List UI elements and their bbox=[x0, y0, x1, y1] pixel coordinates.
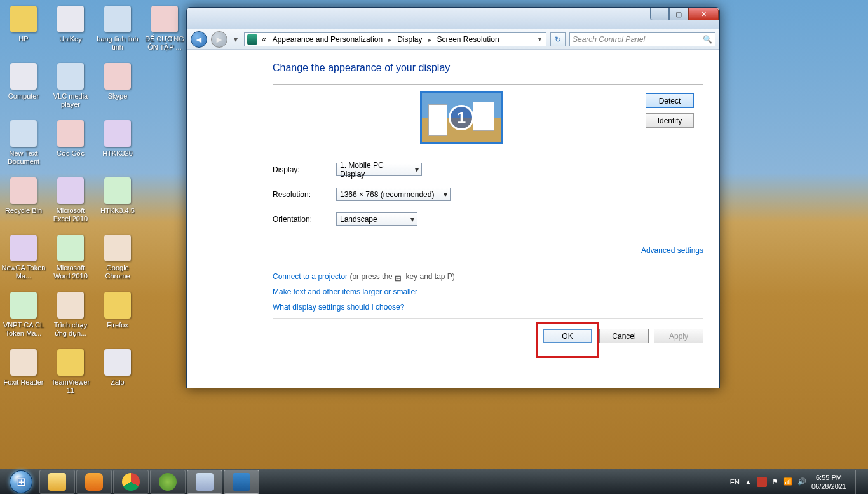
address-bar[interactable]: « Appearance and Personalization Display… bbox=[244, 32, 546, 46]
desktop-icon[interactable]: Microsoft Word 2010 bbox=[47, 232, 94, 289]
monitor-preview[interactable]: 1 bbox=[280, 91, 643, 144]
projector-row: Connect to a projector (or press the key… bbox=[273, 272, 703, 281]
app-icon bbox=[57, 63, 84, 90]
desktop-icon[interactable]: VLC media player bbox=[47, 60, 94, 118]
desktop-icon[interactable]: Foxit Reader bbox=[0, 346, 47, 404]
search-icon[interactable]: 🔍 bbox=[703, 35, 712, 44]
desktop-icon[interactable]: NewCA Token Ma... bbox=[0, 232, 47, 289]
resolution-dropdown[interactable]: 1366 × 768 (recommended) bbox=[336, 188, 451, 201]
network-icon[interactable]: 📶 bbox=[783, 477, 792, 486]
taskbar-chrome[interactable] bbox=[113, 470, 149, 494]
desktop-icon[interactable]: TeamViewer 11 bbox=[47, 346, 94, 404]
nav-back-button[interactable]: ◄ bbox=[191, 31, 207, 48]
app-icon bbox=[10, 63, 37, 90]
apply-button[interactable]: Apply bbox=[654, 329, 703, 343]
orientation-dropdown[interactable]: Landscape bbox=[336, 212, 417, 226]
desktop-icon-label: Microsoft Word 2010 bbox=[47, 264, 94, 280]
language-indicator[interactable]: EN bbox=[730, 478, 740, 486]
maximize-button[interactable]: ▢ bbox=[669, 8, 688, 20]
tray-expand-icon[interactable]: ▲ bbox=[745, 478, 752, 486]
show-desktop-button[interactable] bbox=[855, 470, 862, 494]
taskbar-display-settings[interactable] bbox=[224, 470, 259, 494]
desktop-icon[interactable]: Skype bbox=[94, 60, 141, 118]
breadcrumb-appearance[interactable]: Appearance and Personalization bbox=[271, 34, 384, 45]
app-icon bbox=[10, 120, 37, 147]
desktop-icon-label: VNPT-CA CL Token Ma... bbox=[0, 321, 47, 338]
desktop-icon[interactable]: HP bbox=[0, 3, 47, 60]
app-icon bbox=[10, 235, 37, 261]
desktop-icon[interactable]: UniKey bbox=[47, 3, 94, 60]
desktop-icon-label: HTKK3.4.5 bbox=[99, 207, 136, 215]
desktop-icon[interactable]: Cốc Cốc bbox=[47, 118, 94, 175]
advanced-settings-link[interactable]: Advanced settings bbox=[641, 246, 703, 255]
search-input[interactable]: Search Control Panel 🔍 bbox=[569, 32, 715, 46]
desktop-icon[interactable]: HTKK320 bbox=[94, 118, 141, 175]
desktop-icon[interactable]: Microsoft Excel 2010 bbox=[47, 175, 94, 232]
taskbar-explorer[interactable] bbox=[39, 470, 75, 494]
address-dropdown-icon[interactable]: ▾ bbox=[536, 36, 543, 43]
desktop-icon[interactable]: Recycle Bin bbox=[0, 175, 47, 232]
refresh-button[interactable]: ↻ bbox=[550, 32, 566, 46]
desktop-icon[interactable]: ĐỀ CƯƠNG ÔN TẬP ... bbox=[141, 3, 188, 60]
app-icon bbox=[104, 177, 131, 204]
content-area: Change the appearance of your display 1 … bbox=[187, 50, 719, 388]
ok-button[interactable]: OK bbox=[543, 329, 592, 343]
desktop-icon[interactable]: VNPT-CA CL Token Ma... bbox=[0, 289, 47, 346]
desktop-icon[interactable]: New Text Document bbox=[0, 118, 47, 175]
help-link[interactable]: What display settings should I choose? bbox=[273, 303, 404, 312]
search-placeholder: Search Control Panel bbox=[573, 35, 645, 44]
clock[interactable]: 6:55 PM 06/28/2021 bbox=[811, 473, 846, 491]
desktop-icon-label: Cốc Cốc bbox=[55, 149, 86, 158]
desktop-icon[interactable]: Google Chrome bbox=[94, 232, 141, 289]
desktop-icon-label: Firefox bbox=[105, 321, 130, 329]
desktop-icon-label: Skype bbox=[107, 92, 129, 100]
app-icon bbox=[57, 235, 84, 261]
desktop-icon-label: Recycle Bin bbox=[4, 207, 43, 215]
desktop-icon-label: Computer bbox=[7, 92, 40, 100]
desktop-icon-label: NewCA Token Ma... bbox=[0, 264, 47, 280]
desktop-icon-label: Zalo bbox=[109, 378, 125, 387]
orientation-label: Orientation: bbox=[273, 215, 336, 224]
desktop-icon-label: VLC media player bbox=[47, 92, 94, 109]
desktop-icon[interactable]: Computer bbox=[0, 60, 47, 118]
taskbar-paint[interactable] bbox=[187, 470, 222, 494]
close-button[interactable]: ✕ bbox=[688, 8, 719, 20]
nav-history-dropdown[interactable]: ▾ bbox=[231, 33, 240, 46]
app-icon bbox=[57, 6, 84, 32]
taskbar-coccoc[interactable] bbox=[150, 470, 186, 494]
breadcrumb-display[interactable]: Display bbox=[395, 34, 424, 45]
desktop-icon[interactable]: Trình chạy ứng dụn... bbox=[47, 289, 94, 346]
nav-forward-button[interactable]: ► bbox=[211, 31, 227, 48]
desktop-icon[interactable]: HTKK3.4.5 bbox=[94, 175, 141, 232]
chevron-right-icon[interactable] bbox=[427, 35, 433, 44]
text-size-link[interactable]: Make text and other items larger or smal… bbox=[273, 287, 417, 296]
desktop-icon[interactable]: Zalo bbox=[94, 346, 141, 404]
desktop-icon-label: ĐỀ CƯƠNG ÔN TẬP ... bbox=[141, 35, 188, 51]
clock-time: 6:55 PM bbox=[811, 473, 846, 482]
desktop-icon-label: UniKey bbox=[58, 35, 83, 43]
breadcrumb-screen-resolution[interactable]: Screen Resolution bbox=[435, 34, 501, 45]
windows-orb-icon bbox=[10, 470, 32, 493]
connect-projector-link[interactable]: Connect to a projector bbox=[273, 272, 348, 281]
cancel-button[interactable]: Cancel bbox=[599, 329, 649, 343]
identify-button[interactable]: Identify bbox=[646, 113, 694, 128]
minimize-button[interactable]: — bbox=[650, 8, 669, 20]
app-icon bbox=[104, 63, 131, 90]
action-center-icon[interactable]: ⚑ bbox=[772, 477, 778, 486]
app-icon bbox=[151, 6, 178, 32]
detect-button[interactable]: Detect bbox=[646, 93, 694, 108]
display-dropdown[interactable]: 1. Mobile PC Display bbox=[336, 163, 422, 176]
taskbar-mediaplayer[interactable] bbox=[76, 470, 112, 494]
desktop-icon[interactable]: bang tinh linh tinh bbox=[94, 3, 141, 60]
chevron-right-icon[interactable] bbox=[387, 35, 393, 44]
volume-icon[interactable]: 🔊 bbox=[797, 477, 806, 486]
monitor-thumbnail-1[interactable]: 1 bbox=[420, 91, 503, 144]
dialog-button-row: OK Cancel Apply bbox=[273, 318, 703, 351]
start-button[interactable] bbox=[4, 470, 38, 494]
tray-app-icon[interactable] bbox=[757, 477, 767, 487]
desktop-icon[interactable]: Firefox bbox=[94, 289, 141, 346]
breadcrumb-prefix[interactable]: « bbox=[260, 34, 268, 45]
monitor-number-badge: 1 bbox=[449, 105, 474, 130]
desktop-icon-label: Foxit Reader bbox=[3, 378, 45, 387]
windows-key-icon bbox=[395, 273, 403, 281]
